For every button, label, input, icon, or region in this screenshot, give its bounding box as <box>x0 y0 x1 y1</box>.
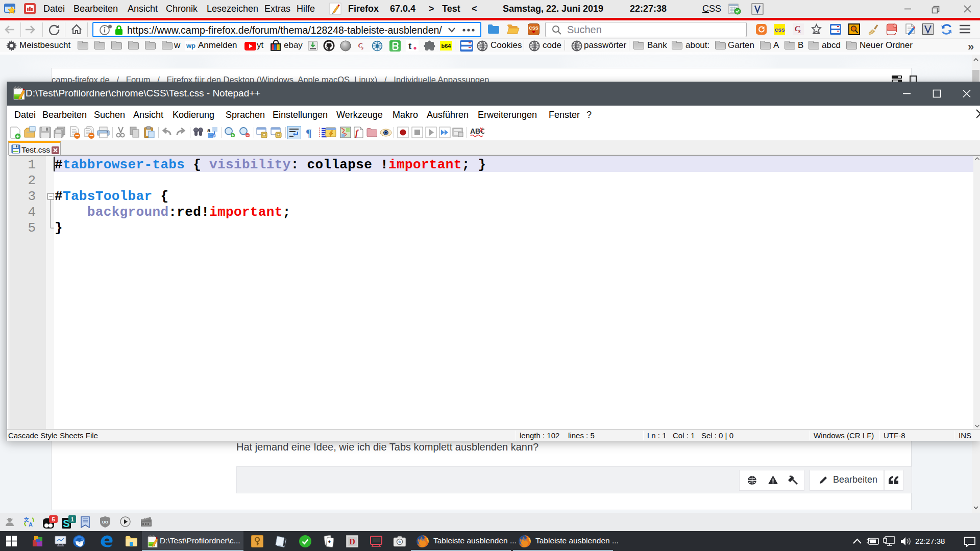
svg-text:D: D <box>349 537 355 546</box>
svg-text:¶: ¶ <box>306 127 312 139</box>
svg-text:1: 1 <box>70 516 74 522</box>
svg-text:s: s <box>798 28 801 35</box>
svg-text:UO: UO <box>102 520 108 524</box>
svg-text:a: a <box>207 127 211 133</box>
svg-text:A: A <box>29 521 33 528</box>
svg-text:s: s <box>361 45 363 51</box>
svg-text:CSS: CSS <box>529 26 538 31</box>
svg-text:♠: ♠ <box>328 539 331 544</box>
svg-text:wp: wp <box>186 42 195 49</box>
svg-text:CSS: CSS <box>775 27 785 33</box>
svg-text:t: t <box>408 40 412 51</box>
svg-text:5: 5 <box>52 516 55 522</box>
svg-text:b64: b64 <box>442 43 452 49</box>
